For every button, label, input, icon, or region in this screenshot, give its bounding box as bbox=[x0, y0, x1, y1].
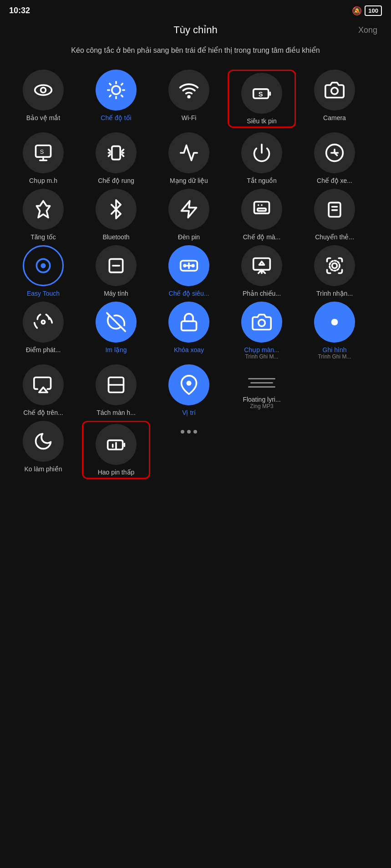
svg-line-9 bbox=[110, 96, 111, 97]
svg-line-24 bbox=[122, 150, 124, 151]
svg-point-11 bbox=[188, 96, 190, 98]
item-den-pin[interactable]: Đèn pin bbox=[155, 189, 223, 241]
item-che-do-xe[interactable]: Chế độ xe... bbox=[300, 132, 369, 184]
item-vi-tri[interactable]: Vị trí bbox=[155, 364, 223, 416]
item-bluetooth[interactable]: Bluetooth bbox=[82, 189, 150, 241]
item-tach-man-h[interactable]: Tách màn h... bbox=[82, 364, 150, 416]
svg-point-48 bbox=[332, 263, 337, 268]
controls-grid: Bảo vệ mắt Chế độ tối Wi-Fi S Siêu tk pi… bbox=[0, 70, 391, 479]
page-title: Tùy chỉnh bbox=[173, 24, 218, 36]
svg-rect-52 bbox=[182, 321, 197, 330]
svg-point-1 bbox=[41, 88, 46, 93]
svg-line-23 bbox=[109, 155, 111, 156]
svg-line-21 bbox=[109, 150, 111, 151]
svg-point-49 bbox=[330, 261, 340, 271]
item-im-lang[interactable]: Im lặng bbox=[82, 302, 150, 360]
item-che-do-ma[interactable]: Chế độ mà... bbox=[228, 189, 296, 241]
item-che-do-toi[interactable]: Chế độ tối bbox=[82, 70, 150, 128]
item-ko-lam-phien[interactable]: Ko làm phiền bbox=[9, 421, 77, 479]
svg-point-59 bbox=[187, 381, 192, 386]
svg-point-36 bbox=[41, 263, 46, 268]
item-diem-phat[interactable]: Điểm phát... bbox=[9, 302, 77, 360]
item-tat-nguon[interactable]: Tắt nguồn bbox=[228, 132, 296, 184]
grid-row-7: Ko làm phiền Hao pin thấp bbox=[9, 421, 382, 479]
item-chup-mh[interactable]: S Chụp m.h bbox=[9, 132, 77, 184]
item-phan-chieu[interactable]: Phản chiếu... bbox=[228, 245, 296, 297]
status-icons: 🔕 100 bbox=[352, 5, 382, 16]
time-display: 10:32 bbox=[9, 6, 30, 15]
item-camera[interactable]: Camera bbox=[300, 70, 369, 128]
status-bar: 10:32 🔕 100 bbox=[0, 0, 391, 20]
svg-point-2 bbox=[112, 86, 120, 94]
item-khoa-xoay[interactable]: Khóa xoay bbox=[155, 302, 223, 360]
svg-point-0 bbox=[35, 85, 52, 95]
item-more[interactable] bbox=[155, 421, 223, 479]
svg-rect-31 bbox=[258, 208, 266, 211]
item-tang-toc[interactable]: Tăng tốc bbox=[9, 189, 77, 241]
item-chuyen-the[interactable]: Chuyển thẻ... bbox=[300, 189, 369, 241]
item-che-do-sieu[interactable]: Chế độ siêu... bbox=[155, 245, 223, 297]
svg-rect-20 bbox=[112, 146, 120, 159]
svg-rect-60 bbox=[108, 440, 123, 449]
svg-line-6 bbox=[122, 96, 123, 97]
svg-point-39 bbox=[115, 265, 117, 267]
svg-line-5 bbox=[110, 84, 111, 85]
more-dots-icon bbox=[181, 430, 197, 438]
svg-marker-47 bbox=[259, 262, 264, 265]
item-bao-ve-mat[interactable]: Bảo vệ mắt bbox=[9, 70, 77, 128]
battery-display: 100 bbox=[365, 5, 382, 16]
instruction-text: Kéo công tắc ở bên phải sang bên trái để… bbox=[0, 45, 391, 70]
svg-point-50 bbox=[41, 320, 45, 323]
svg-point-55 bbox=[331, 319, 338, 326]
item-trinh-nhan[interactable]: Trình nhận... bbox=[300, 245, 369, 297]
grid-row-4: Easy Touch Máy tính Chế độ siêu... Phản … bbox=[9, 245, 382, 297]
item-may-tinh[interactable]: Máy tính bbox=[82, 245, 150, 297]
header: Tùy chỉnh Xong bbox=[0, 20, 391, 45]
grid-row-3: Tăng tốc Bluetooth Đèn pin Chế độ mà... bbox=[9, 189, 382, 241]
item-che-do-rung[interactable]: Chế độ rung bbox=[82, 132, 150, 184]
item-sieu-tk-pin[interactable]: S Siêu tk pin bbox=[228, 70, 296, 128]
svg-marker-29 bbox=[182, 201, 197, 218]
item-wifi[interactable]: Wi-Fi bbox=[155, 70, 223, 128]
done-button[interactable]: Xong bbox=[358, 25, 377, 35]
grid-row-5: Điểm phát... Im lặng Khóa xoay Chụp màn.… bbox=[9, 302, 382, 360]
item-floating-lyri[interactable]: Floating lyri... Zing MP3 bbox=[228, 364, 296, 416]
item-ghi-hinh[interactable]: Ghi hình Trình Ghi M... bbox=[300, 302, 369, 360]
svg-text:S: S bbox=[40, 148, 44, 155]
svg-line-26 bbox=[122, 155, 124, 156]
svg-marker-56 bbox=[39, 388, 47, 393]
item-che-do-tren[interactable]: Chế độ trên... bbox=[9, 364, 77, 416]
svg-text:S: S bbox=[259, 91, 263, 98]
grid-row-2: S Chụp m.h Chế độ rung Mạng dữ liệu Tắt … bbox=[9, 132, 382, 184]
item-easy-touch[interactable]: Easy Touch bbox=[9, 245, 77, 297]
svg-point-53 bbox=[259, 320, 265, 327]
notification-icon: 🔕 bbox=[352, 6, 362, 16]
item-chup-man[interactable]: Chụp màn... Trình Ghi M... bbox=[228, 302, 296, 360]
svg-point-15 bbox=[331, 88, 338, 95]
svg-line-10 bbox=[122, 84, 123, 85]
grid-row-1: Bảo vệ mắt Chế độ tối Wi-Fi S Siêu tk pi… bbox=[9, 70, 382, 128]
item-hao-pin-thap[interactable]: Hao pin thấp bbox=[82, 421, 150, 479]
grid-row-6: Chế độ trên... Tách màn h... Vị trí Floa… bbox=[9, 364, 382, 416]
item-mang-du-lieu[interactable]: Mạng dữ liệu bbox=[155, 132, 223, 184]
